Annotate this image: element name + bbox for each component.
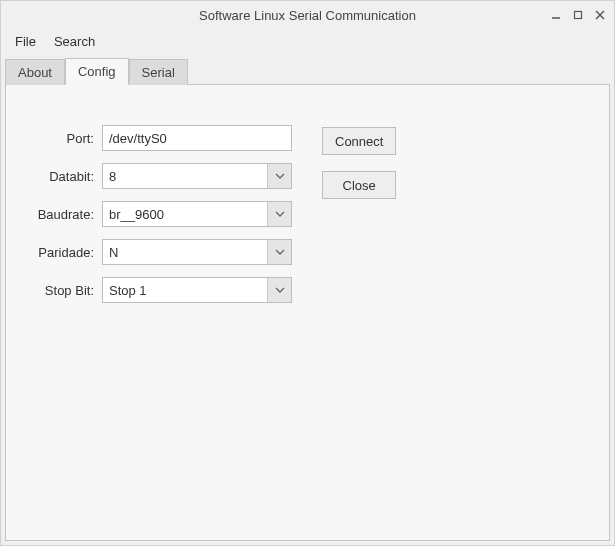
tab-content-config: Port: Databit: 8 Baudrate: br__9600 Pa <box>5 84 610 541</box>
databit-value: 8 <box>103 169 267 184</box>
chevron-down-icon <box>267 240 291 264</box>
label-databit: Databit: <box>26 169 96 184</box>
chevron-down-icon <box>267 278 291 302</box>
maximize-icon[interactable] <box>570 7 586 23</box>
tab-serial[interactable]: Serial <box>129 59 188 85</box>
stopbit-value: Stop 1 <box>103 283 267 298</box>
tab-about[interactable]: About <box>5 59 65 85</box>
minimize-icon[interactable] <box>548 7 564 23</box>
menu-file[interactable]: File <box>7 32 44 51</box>
menubar: File Search <box>1 29 614 53</box>
tab-config[interactable]: Config <box>65 58 129 85</box>
config-buttons: Connect Close <box>322 125 396 303</box>
stopbit-select[interactable]: Stop 1 <box>102 277 292 303</box>
titlebar: Software Linux Serial Communication <box>1 1 614 29</box>
svg-rect-1 <box>575 12 582 19</box>
databit-select[interactable]: 8 <box>102 163 292 189</box>
close-icon[interactable] <box>592 7 608 23</box>
close-button[interactable]: Close <box>322 171 396 199</box>
label-port: Port: <box>26 131 96 146</box>
config-form: Port: Databit: 8 Baudrate: br__9600 Pa <box>26 125 589 303</box>
menu-search[interactable]: Search <box>46 32 103 51</box>
paridade-select[interactable]: N <box>102 239 292 265</box>
label-baudrate: Baudrate: <box>26 207 96 222</box>
label-paridade: Paridade: <box>26 245 96 260</box>
chevron-down-icon <box>267 164 291 188</box>
label-stopbit: Stop Bit: <box>26 283 96 298</box>
config-fields: Port: Databit: 8 Baudrate: br__9600 Pa <box>26 125 292 303</box>
baudrate-select[interactable]: br__9600 <box>102 201 292 227</box>
chevron-down-icon <box>267 202 291 226</box>
baudrate-value: br__9600 <box>103 207 267 222</box>
port-input[interactable] <box>102 125 292 151</box>
window-controls <box>548 1 608 29</box>
paridade-value: N <box>103 245 267 260</box>
app-window: Software Linux Serial Communication File… <box>0 0 615 546</box>
tabstrip: About Config Serial <box>1 53 614 84</box>
connect-button[interactable]: Connect <box>322 127 396 155</box>
window-title: Software Linux Serial Communication <box>9 8 606 23</box>
